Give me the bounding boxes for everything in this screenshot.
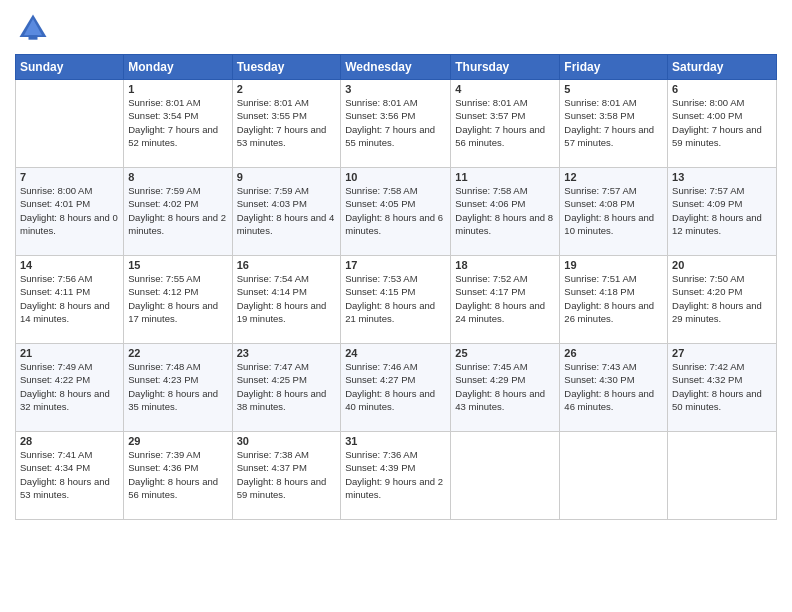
calendar-cell: 20Sunrise: 7:50 AMSunset: 4:20 PMDayligh…: [668, 256, 777, 344]
svg-rect-2: [29, 35, 38, 40]
day-info: Sunrise: 8:01 AMSunset: 3:54 PMDaylight:…: [128, 96, 227, 149]
day-number: 13: [672, 171, 772, 183]
day-info: Sunrise: 7:43 AMSunset: 4:30 PMDaylight:…: [564, 360, 663, 413]
day-number: 9: [237, 171, 337, 183]
calendar-header-row: SundayMondayTuesdayWednesdayThursdayFrid…: [16, 55, 777, 80]
day-number: 31: [345, 435, 446, 447]
day-info: Sunrise: 7:46 AMSunset: 4:27 PMDaylight:…: [345, 360, 446, 413]
day-number: 22: [128, 347, 227, 359]
day-number: 1: [128, 83, 227, 95]
logo: [15, 10, 55, 46]
calendar-cell: 21Sunrise: 7:49 AMSunset: 4:22 PMDayligh…: [16, 344, 124, 432]
calendar-cell: 12Sunrise: 7:57 AMSunset: 4:08 PMDayligh…: [560, 168, 668, 256]
calendar-cell: 9Sunrise: 7:59 AMSunset: 4:03 PMDaylight…: [232, 168, 341, 256]
day-number: 25: [455, 347, 555, 359]
calendar-cell: 28Sunrise: 7:41 AMSunset: 4:34 PMDayligh…: [16, 432, 124, 520]
day-info: Sunrise: 7:57 AMSunset: 4:09 PMDaylight:…: [672, 184, 772, 237]
calendar-week-row: 21Sunrise: 7:49 AMSunset: 4:22 PMDayligh…: [16, 344, 777, 432]
day-info: Sunrise: 8:00 AMSunset: 4:01 PMDaylight:…: [20, 184, 119, 237]
day-number: 12: [564, 171, 663, 183]
header: [15, 10, 777, 46]
calendar-cell: 18Sunrise: 7:52 AMSunset: 4:17 PMDayligh…: [451, 256, 560, 344]
day-number: 8: [128, 171, 227, 183]
day-info: Sunrise: 7:59 AMSunset: 4:03 PMDaylight:…: [237, 184, 337, 237]
day-info: Sunrise: 7:45 AMSunset: 4:29 PMDaylight:…: [455, 360, 555, 413]
day-number: 2: [237, 83, 337, 95]
day-number: 16: [237, 259, 337, 271]
calendar-cell: 27Sunrise: 7:42 AMSunset: 4:32 PMDayligh…: [668, 344, 777, 432]
day-info: Sunrise: 7:54 AMSunset: 4:14 PMDaylight:…: [237, 272, 337, 325]
calendar-cell: 26Sunrise: 7:43 AMSunset: 4:30 PMDayligh…: [560, 344, 668, 432]
calendar-cell: 30Sunrise: 7:38 AMSunset: 4:37 PMDayligh…: [232, 432, 341, 520]
calendar-cell: 3Sunrise: 8:01 AMSunset: 3:56 PMDaylight…: [341, 80, 451, 168]
weekday-header: Wednesday: [341, 55, 451, 80]
day-number: 3: [345, 83, 446, 95]
calendar-cell: 24Sunrise: 7:46 AMSunset: 4:27 PMDayligh…: [341, 344, 451, 432]
day-info: Sunrise: 8:01 AMSunset: 3:56 PMDaylight:…: [345, 96, 446, 149]
day-number: 11: [455, 171, 555, 183]
day-number: 7: [20, 171, 119, 183]
day-info: Sunrise: 7:58 AMSunset: 4:05 PMDaylight:…: [345, 184, 446, 237]
day-info: Sunrise: 7:47 AMSunset: 4:25 PMDaylight:…: [237, 360, 337, 413]
day-number: 30: [237, 435, 337, 447]
day-number: 6: [672, 83, 772, 95]
day-info: Sunrise: 7:36 AMSunset: 4:39 PMDaylight:…: [345, 448, 446, 501]
day-number: 28: [20, 435, 119, 447]
weekday-header: Sunday: [16, 55, 124, 80]
calendar-cell: 8Sunrise: 7:59 AMSunset: 4:02 PMDaylight…: [124, 168, 232, 256]
day-info: Sunrise: 7:49 AMSunset: 4:22 PMDaylight:…: [20, 360, 119, 413]
calendar-cell: 31Sunrise: 7:36 AMSunset: 4:39 PMDayligh…: [341, 432, 451, 520]
day-info: Sunrise: 7:59 AMSunset: 4:02 PMDaylight:…: [128, 184, 227, 237]
day-number: 18: [455, 259, 555, 271]
calendar-cell: 4Sunrise: 8:01 AMSunset: 3:57 PMDaylight…: [451, 80, 560, 168]
day-number: 21: [20, 347, 119, 359]
day-number: 15: [128, 259, 227, 271]
calendar-week-row: 7Sunrise: 8:00 AMSunset: 4:01 PMDaylight…: [16, 168, 777, 256]
calendar-cell: 17Sunrise: 7:53 AMSunset: 4:15 PMDayligh…: [341, 256, 451, 344]
day-info: Sunrise: 8:00 AMSunset: 4:00 PMDaylight:…: [672, 96, 772, 149]
day-info: Sunrise: 7:39 AMSunset: 4:36 PMDaylight:…: [128, 448, 227, 501]
calendar-cell: 11Sunrise: 7:58 AMSunset: 4:06 PMDayligh…: [451, 168, 560, 256]
calendar-cell: [560, 432, 668, 520]
calendar-cell: 16Sunrise: 7:54 AMSunset: 4:14 PMDayligh…: [232, 256, 341, 344]
logo-icon: [15, 10, 51, 46]
day-info: Sunrise: 7:41 AMSunset: 4:34 PMDaylight:…: [20, 448, 119, 501]
day-info: Sunrise: 7:38 AMSunset: 4:37 PMDaylight:…: [237, 448, 337, 501]
day-info: Sunrise: 7:56 AMSunset: 4:11 PMDaylight:…: [20, 272, 119, 325]
calendar-cell: 19Sunrise: 7:51 AMSunset: 4:18 PMDayligh…: [560, 256, 668, 344]
day-number: 26: [564, 347, 663, 359]
calendar-cell: 25Sunrise: 7:45 AMSunset: 4:29 PMDayligh…: [451, 344, 560, 432]
calendar-week-row: 28Sunrise: 7:41 AMSunset: 4:34 PMDayligh…: [16, 432, 777, 520]
day-info: Sunrise: 7:50 AMSunset: 4:20 PMDaylight:…: [672, 272, 772, 325]
calendar-cell: 29Sunrise: 7:39 AMSunset: 4:36 PMDayligh…: [124, 432, 232, 520]
day-number: 24: [345, 347, 446, 359]
weekday-header: Tuesday: [232, 55, 341, 80]
day-info: Sunrise: 7:57 AMSunset: 4:08 PMDaylight:…: [564, 184, 663, 237]
day-number: 4: [455, 83, 555, 95]
calendar-cell: [668, 432, 777, 520]
day-info: Sunrise: 7:51 AMSunset: 4:18 PMDaylight:…: [564, 272, 663, 325]
page-container: SundayMondayTuesdayWednesdayThursdayFrid…: [0, 0, 792, 612]
calendar-cell: 13Sunrise: 7:57 AMSunset: 4:09 PMDayligh…: [668, 168, 777, 256]
calendar-week-row: 1Sunrise: 8:01 AMSunset: 3:54 PMDaylight…: [16, 80, 777, 168]
weekday-header: Saturday: [668, 55, 777, 80]
calendar-cell: 6Sunrise: 8:00 AMSunset: 4:00 PMDaylight…: [668, 80, 777, 168]
day-number: 27: [672, 347, 772, 359]
day-info: Sunrise: 8:01 AMSunset: 3:55 PMDaylight:…: [237, 96, 337, 149]
day-info: Sunrise: 7:48 AMSunset: 4:23 PMDaylight:…: [128, 360, 227, 413]
weekday-header: Monday: [124, 55, 232, 80]
calendar-cell: 14Sunrise: 7:56 AMSunset: 4:11 PMDayligh…: [16, 256, 124, 344]
calendar-cell: 1Sunrise: 8:01 AMSunset: 3:54 PMDaylight…: [124, 80, 232, 168]
calendar-cell: [451, 432, 560, 520]
day-number: 23: [237, 347, 337, 359]
calendar-cell: 15Sunrise: 7:55 AMSunset: 4:12 PMDayligh…: [124, 256, 232, 344]
day-info: Sunrise: 7:53 AMSunset: 4:15 PMDaylight:…: [345, 272, 446, 325]
calendar-cell: 7Sunrise: 8:00 AMSunset: 4:01 PMDaylight…: [16, 168, 124, 256]
calendar-cell: [16, 80, 124, 168]
weekday-header: Thursday: [451, 55, 560, 80]
calendar-cell: 10Sunrise: 7:58 AMSunset: 4:05 PMDayligh…: [341, 168, 451, 256]
calendar-cell: 22Sunrise: 7:48 AMSunset: 4:23 PMDayligh…: [124, 344, 232, 432]
calendar-cell: 23Sunrise: 7:47 AMSunset: 4:25 PMDayligh…: [232, 344, 341, 432]
day-info: Sunrise: 7:55 AMSunset: 4:12 PMDaylight:…: [128, 272, 227, 325]
calendar-cell: 2Sunrise: 8:01 AMSunset: 3:55 PMDaylight…: [232, 80, 341, 168]
